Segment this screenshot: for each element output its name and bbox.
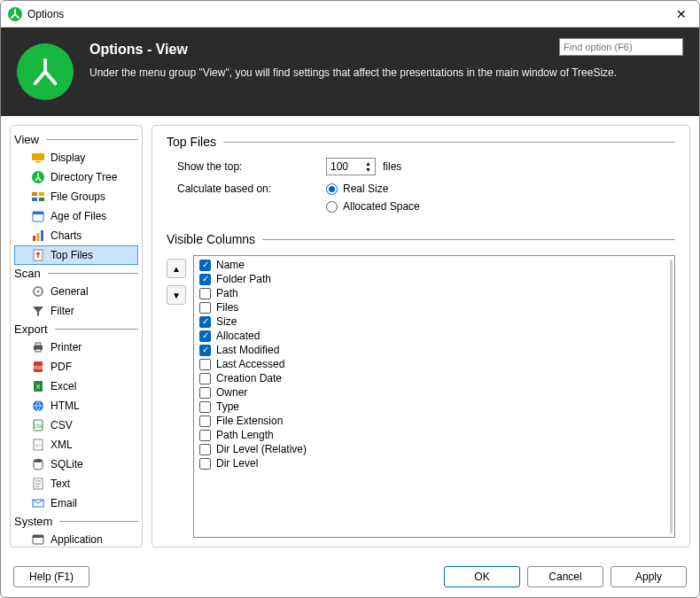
- sidebar-item-label: SQLite: [51, 458, 83, 470]
- move-down-button[interactable]: ▼: [167, 285, 186, 305]
- column-label: Name: [216, 259, 245, 271]
- sidebar-item-age-of-files[interactable]: Age of Files: [14, 206, 138, 226]
- sidebar-item-printer[interactable]: Printer: [14, 338, 138, 357]
- column-owner[interactable]: Owner: [196, 385, 673, 400]
- sidebar-item-xml[interactable]: </>XML: [14, 435, 138, 454]
- column-dir-level[interactable]: Dir Level: [196, 456, 673, 470]
- checkbox-icon[interactable]: [199, 458, 211, 470]
- svg-rect-14: [41, 230, 43, 241]
- sidebar-item-charts[interactable]: Charts: [14, 226, 138, 245]
- checkbox-icon[interactable]: [199, 274, 211, 285]
- radio-icon[interactable]: [326, 201, 338, 213]
- svg-rect-3: [32, 153, 44, 160]
- svg-point-30: [34, 459, 43, 462]
- header: Options - View Under the menu group "Vie…: [1, 27, 699, 116]
- sidebar-item-label: Filter: [51, 305, 74, 317]
- svg-text:</>: </>: [35, 443, 41, 448]
- radio-icon[interactable]: [326, 183, 338, 195]
- sidebar-item-file-groups[interactable]: File Groups: [14, 187, 138, 206]
- sidebar-item-general[interactable]: General: [14, 282, 138, 301]
- column-last-accessed[interactable]: Last Accessed: [196, 357, 673, 371]
- show-top-spinner[interactable]: ▲▼: [326, 158, 376, 175]
- column-creation-date[interactable]: Creation Date: [196, 371, 673, 385]
- sidebar-item-directory-tree[interactable]: Directory Tree: [14, 167, 138, 187]
- app-icon: [8, 7, 22, 21]
- show-top-input[interactable]: [331, 160, 357, 173]
- apply-button[interactable]: Apply: [611, 566, 687, 587]
- checkbox-icon[interactable]: [199, 330, 211, 342]
- ok-button[interactable]: OK: [444, 566, 520, 587]
- column-label: Type: [216, 400, 239, 413]
- filter-icon: [31, 304, 45, 318]
- svg-rect-13: [37, 233, 40, 241]
- column-label: Owner: [216, 386, 247, 399]
- sidebar-item-email[interactable]: Email: [14, 493, 138, 513]
- sidebar-item-sqlite[interactable]: SQLite: [14, 454, 138, 474]
- section-visible-columns: Visible Columns: [167, 232, 675, 246]
- checkbox-icon[interactable]: [199, 387, 211, 399]
- column-label: Dir Level (Relative): [216, 443, 307, 455]
- cancel-button[interactable]: Cancel: [527, 566, 603, 587]
- checkbox-icon[interactable]: [199, 359, 211, 370]
- checkbox-icon[interactable]: [199, 415, 211, 427]
- column-path-length[interactable]: Path Length: [196, 428, 673, 442]
- column-dir-level-relative-[interactable]: Dir Level (Relative): [196, 442, 673, 456]
- sidebar-item-filter[interactable]: Filter: [14, 301, 138, 321]
- sidebar-item-text[interactable]: Text: [14, 474, 138, 493]
- checkbox-icon[interactable]: [199, 260, 211, 271]
- sidebar-item-top-files[interactable]: Top Files: [14, 245, 138, 265]
- checkbox-icon[interactable]: [199, 401, 211, 413]
- column-last-modified[interactable]: Last Modified: [196, 343, 673, 357]
- column-allocated[interactable]: Allocated: [196, 329, 673, 343]
- column-file-extension[interactable]: File Extension: [196, 414, 673, 428]
- column-files[interactable]: Files: [196, 300, 673, 315]
- columns-checklist[interactable]: NameFolder PathPathFilesSizeAllocatedLas…: [193, 255, 675, 538]
- svg-text:CSV: CSV: [34, 423, 43, 429]
- sidebar-item-html[interactable]: HTML: [14, 396, 138, 415]
- spinner-arrows[interactable]: ▲▼: [365, 160, 371, 173]
- help-button[interactable]: Help (F1): [13, 566, 89, 587]
- radio-real-size[interactable]: Real Size: [326, 183, 420, 195]
- pdf-icon: PDF: [31, 360, 45, 374]
- sidebar-item-excel[interactable]: XExcel: [14, 377, 138, 396]
- email-icon: [31, 496, 45, 510]
- sidebar-item-label: CSV: [51, 419, 73, 431]
- checkbox-icon[interactable]: [199, 444, 211, 455]
- sidebar-item-display[interactable]: Display: [14, 148, 138, 167]
- checkbox-icon[interactable]: [199, 288, 211, 299]
- column-name[interactable]: Name: [196, 258, 673, 272]
- sidebar-item-label: Age of Files: [51, 210, 106, 222]
- section-top-files: Top Files: [167, 135, 675, 149]
- sidebar-item-label: Printer: [51, 341, 82, 353]
- radio-allocated-space[interactable]: Allocated Space: [326, 200, 420, 213]
- column-folder-path[interactable]: Folder Path: [196, 272, 673, 286]
- sidebar-item-application[interactable]: Application: [14, 530, 138, 548]
- sidebar-item-csv[interactable]: CSVCSV: [14, 415, 138, 435]
- checkbox-icon[interactable]: [199, 316, 211, 328]
- checkbox-icon[interactable]: [199, 430, 211, 441]
- column-type[interactable]: Type: [196, 400, 673, 414]
- close-button[interactable]: ✕: [671, 7, 692, 21]
- checkbox-icon[interactable]: [199, 302, 211, 314]
- section-title-text: Top Files: [167, 135, 216, 149]
- column-label: Path Length: [216, 429, 274, 441]
- column-size[interactable]: Size: [196, 315, 673, 329]
- column-label: Path: [216, 287, 238, 299]
- scrollbar[interactable]: [670, 260, 673, 533]
- text-icon: [31, 477, 45, 491]
- search-input[interactable]: [564, 42, 686, 52]
- sidebar-group-scan: Scan: [14, 265, 138, 282]
- sidebar-item-label: HTML: [51, 400, 80, 412]
- sidebar-item-label: Display: [51, 151, 85, 164]
- sidebar-item-pdf[interactable]: PDFPDF: [14, 357, 138, 377]
- checkbox-icon[interactable]: [199, 373, 211, 384]
- topfiles-icon: [31, 248, 45, 262]
- column-path[interactable]: Path: [196, 286, 673, 300]
- sidebar: ViewDisplayDirectory TreeFile GroupsAge …: [10, 125, 143, 548]
- search-box[interactable]: [559, 38, 683, 56]
- column-label: Folder Path: [216, 273, 271, 285]
- checkbox-icon[interactable]: [199, 345, 211, 356]
- svg-rect-8: [32, 198, 37, 201]
- move-up-button[interactable]: ▲: [167, 259, 186, 278]
- sidebar-group-export: Export: [14, 321, 138, 338]
